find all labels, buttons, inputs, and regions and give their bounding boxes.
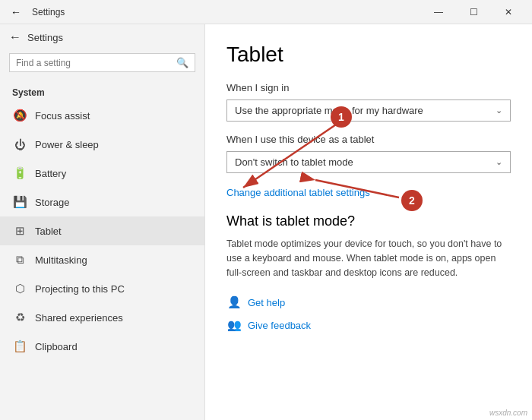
sidebar-label-tablet: Tablet [35, 226, 62, 237]
multitasking-icon: ⧉ [12, 252, 27, 267]
sidebar: ← Settings 🔍 System 🔕Focus assist⏻Power … [0, 24, 205, 420]
give-feedback-label: Give feedback [248, 320, 311, 331]
what-is-tablet-heading: What is tablet mode? [226, 213, 511, 229]
title-text: Settings [32, 7, 65, 17]
tablet-mode-dropdown[interactable]: Don't switch to tablet mode ⌄ [226, 151, 511, 173]
sidebar-title: Settings [27, 32, 63, 43]
get-help-label: Get help [248, 297, 285, 308]
sign-in-dropdown-value: Use the appropriate mode for my hardware [235, 105, 423, 116]
nav-items: 🔕Focus assist⏻Power & sleep🔋Battery💾Stor… [0, 101, 204, 361]
sidebar-item-power-sleep[interactable]: ⏻Power & sleep [0, 130, 204, 159]
search-icon: 🔍 [176, 57, 188, 68]
shared-icon: ♻ [12, 310, 27, 325]
power-sleep-icon: ⏻ [12, 137, 27, 152]
give-feedback-icon: 👥 [226, 317, 242, 333]
sidebar-label-multitasking: Multitasking [35, 254, 87, 266]
sidebar-item-storage[interactable]: 💾Storage [0, 188, 204, 216]
sidebar-label-projecting: Projecting to this PC [35, 283, 125, 295]
change-settings-link[interactable]: Change additional tablet settings [226, 187, 370, 198]
sign-in-dropdown[interactable]: Use the appropriate mode for my hardware… [226, 99, 511, 122]
sidebar-label-power-sleep: Power & sleep [35, 139, 99, 150]
back-arrow-icon: ← [9, 30, 21, 44]
storage-icon: 💾 [12, 194, 27, 210]
sidebar-item-tablet[interactable]: ⊞Tablet [0, 216, 204, 245]
sidebar-item-focus-assist[interactable]: 🔕Focus assist [0, 101, 204, 130]
projecting-icon: ⬡ [12, 281, 27, 296]
watermark: wsxdn.com [489, 409, 527, 417]
main-layout: ← Settings 🔍 System 🔕Focus assist⏻Power … [0, 24, 532, 420]
clipboard-icon: 📋 [12, 339, 27, 354]
sidebar-item-clipboard[interactable]: 📋Clipboard [0, 332, 204, 361]
title-bar-left: ← Settings [6, 6, 65, 18]
focus-assist-icon: 🔕 [12, 108, 27, 123]
page-title: Tablet [226, 43, 511, 67]
sidebar-label-storage: Storage [35, 197, 70, 208]
close-button[interactable]: ✕ [491, 0, 526, 24]
section-label: System [0, 81, 204, 101]
sidebar-label-clipboard: Clipboard [35, 341, 78, 352]
battery-icon: 🔋 [12, 166, 27, 181]
annotation-2: 2 [401, 190, 423, 211]
sidebar-item-projecting[interactable]: ⬡Projecting to this PC [0, 274, 204, 303]
get-help-link[interactable]: 👤 Get help [226, 295, 511, 310]
sidebar-label-battery: Battery [35, 168, 66, 179]
sidebar-back-button[interactable]: ← Settings [0, 24, 204, 50]
minimize-button[interactable]: — [421, 0, 456, 24]
sign-in-dropdown-arrow-icon: ⌄ [496, 106, 502, 115]
title-bar-controls: — ☐ ✕ [421, 0, 526, 24]
title-bar: ← Settings — ☐ ✕ [0, 0, 532, 24]
back-icon[interactable]: ← [6, 6, 26, 18]
content-area: Tablet When I sign in Use the appropriat… [205, 24, 532, 420]
search-box[interactable]: 🔍 [9, 53, 195, 72]
get-help-icon: 👤 [226, 295, 242, 310]
when-sign-in-label: When I sign in [226, 82, 511, 93]
sidebar-item-battery[interactable]: 🔋Battery [0, 159, 204, 188]
sidebar-item-multitasking[interactable]: ⧉Multitasking [0, 245, 204, 274]
when-tablet-label: When I use this device as a tablet [226, 134, 511, 145]
tablet-dropdown-value: Don't switch to tablet mode [235, 156, 353, 168]
sidebar-label-shared: Shared experiences [35, 312, 123, 324]
maximize-button[interactable]: ☐ [456, 0, 491, 24]
search-input[interactable] [16, 58, 176, 68]
tablet-dropdown-arrow-icon: ⌄ [496, 157, 502, 167]
what-is-tablet-text: Tablet mode optimizes your device for to… [226, 237, 511, 279]
give-feedback-link[interactable]: 👥 Give feedback [226, 317, 511, 333]
sidebar-label-focus-assist: Focus assist [35, 110, 90, 122]
sidebar-item-shared[interactable]: ♻Shared experiences [0, 303, 204, 332]
tablet-icon: ⊞ [12, 223, 27, 238]
